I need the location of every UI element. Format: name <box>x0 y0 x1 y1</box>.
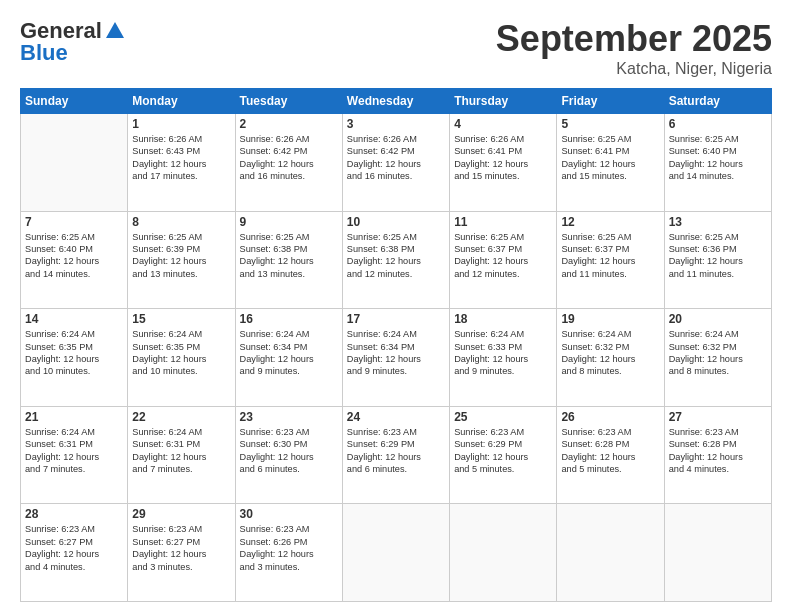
day-number: 19 <box>561 312 659 326</box>
table-row: 16Sunrise: 6:24 AMSunset: 6:34 PMDayligh… <box>235 309 342 407</box>
day-info: Sunrise: 6:25 AMSunset: 6:39 PMDaylight:… <box>132 231 230 281</box>
table-row: 18Sunrise: 6:24 AMSunset: 6:33 PMDayligh… <box>450 309 557 407</box>
day-info: Sunrise: 6:26 AMSunset: 6:41 PMDaylight:… <box>454 133 552 183</box>
day-number: 13 <box>669 215 767 229</box>
col-sunday: Sunday <box>21 89 128 114</box>
col-tuesday: Tuesday <box>235 89 342 114</box>
table-row: 5Sunrise: 6:25 AMSunset: 6:41 PMDaylight… <box>557 114 664 212</box>
day-info: Sunrise: 6:23 AMSunset: 6:29 PMDaylight:… <box>347 426 445 476</box>
day-info: Sunrise: 6:23 AMSunset: 6:29 PMDaylight:… <box>454 426 552 476</box>
table-row: 28Sunrise: 6:23 AMSunset: 6:27 PMDayligh… <box>21 504 128 602</box>
day-number: 12 <box>561 215 659 229</box>
table-row: 1Sunrise: 6:26 AMSunset: 6:43 PMDaylight… <box>128 114 235 212</box>
table-row: 23Sunrise: 6:23 AMSunset: 6:30 PMDayligh… <box>235 406 342 504</box>
day-info: Sunrise: 6:24 AMSunset: 6:32 PMDaylight:… <box>561 328 659 378</box>
day-number: 10 <box>347 215 445 229</box>
svg-marker-0 <box>106 22 124 38</box>
table-row: 20Sunrise: 6:24 AMSunset: 6:32 PMDayligh… <box>664 309 771 407</box>
day-number: 7 <box>25 215 123 229</box>
day-number: 27 <box>669 410 767 424</box>
day-number: 5 <box>561 117 659 131</box>
day-info: Sunrise: 6:26 AMSunset: 6:42 PMDaylight:… <box>240 133 338 183</box>
table-row: 25Sunrise: 6:23 AMSunset: 6:29 PMDayligh… <box>450 406 557 504</box>
table-row: 14Sunrise: 6:24 AMSunset: 6:35 PMDayligh… <box>21 309 128 407</box>
logo: General Blue <box>20 18 126 66</box>
day-info: Sunrise: 6:25 AMSunset: 6:38 PMDaylight:… <box>240 231 338 281</box>
table-row: 27Sunrise: 6:23 AMSunset: 6:28 PMDayligh… <box>664 406 771 504</box>
day-number: 26 <box>561 410 659 424</box>
table-row: 17Sunrise: 6:24 AMSunset: 6:34 PMDayligh… <box>342 309 449 407</box>
day-number: 22 <box>132 410 230 424</box>
day-number: 1 <box>132 117 230 131</box>
day-info: Sunrise: 6:23 AMSunset: 6:28 PMDaylight:… <box>561 426 659 476</box>
day-number: 8 <box>132 215 230 229</box>
table-row: 8Sunrise: 6:25 AMSunset: 6:39 PMDaylight… <box>128 211 235 309</box>
day-number: 28 <box>25 507 123 521</box>
day-info: Sunrise: 6:25 AMSunset: 6:38 PMDaylight:… <box>347 231 445 281</box>
col-saturday: Saturday <box>664 89 771 114</box>
table-row: 24Sunrise: 6:23 AMSunset: 6:29 PMDayligh… <box>342 406 449 504</box>
day-info: Sunrise: 6:23 AMSunset: 6:27 PMDaylight:… <box>132 523 230 573</box>
table-row: 2Sunrise: 6:26 AMSunset: 6:42 PMDaylight… <box>235 114 342 212</box>
logo-icon <box>104 20 126 42</box>
table-row: 6Sunrise: 6:25 AMSunset: 6:40 PMDaylight… <box>664 114 771 212</box>
table-row <box>557 504 664 602</box>
table-row <box>342 504 449 602</box>
day-number: 4 <box>454 117 552 131</box>
day-number: 29 <box>132 507 230 521</box>
day-info: Sunrise: 6:25 AMSunset: 6:36 PMDaylight:… <box>669 231 767 281</box>
table-row: 12Sunrise: 6:25 AMSunset: 6:37 PMDayligh… <box>557 211 664 309</box>
calendar-header-row: Sunday Monday Tuesday Wednesday Thursday… <box>21 89 772 114</box>
day-number: 16 <box>240 312 338 326</box>
table-row: 30Sunrise: 6:23 AMSunset: 6:26 PMDayligh… <box>235 504 342 602</box>
calendar-week-row: 14Sunrise: 6:24 AMSunset: 6:35 PMDayligh… <box>21 309 772 407</box>
day-number: 9 <box>240 215 338 229</box>
table-row: 22Sunrise: 6:24 AMSunset: 6:31 PMDayligh… <box>128 406 235 504</box>
day-number: 30 <box>240 507 338 521</box>
calendar-week-row: 1Sunrise: 6:26 AMSunset: 6:43 PMDaylight… <box>21 114 772 212</box>
day-number: 21 <box>25 410 123 424</box>
day-info: Sunrise: 6:25 AMSunset: 6:41 PMDaylight:… <box>561 133 659 183</box>
day-number: 11 <box>454 215 552 229</box>
col-thursday: Thursday <box>450 89 557 114</box>
table-row: 3Sunrise: 6:26 AMSunset: 6:42 PMDaylight… <box>342 114 449 212</box>
table-row: 29Sunrise: 6:23 AMSunset: 6:27 PMDayligh… <box>128 504 235 602</box>
day-info: Sunrise: 6:25 AMSunset: 6:37 PMDaylight:… <box>454 231 552 281</box>
day-number: 6 <box>669 117 767 131</box>
page: General Blue September 2025 Katcha, Nige… <box>0 0 792 612</box>
calendar-week-row: 28Sunrise: 6:23 AMSunset: 6:27 PMDayligh… <box>21 504 772 602</box>
table-row: 11Sunrise: 6:25 AMSunset: 6:37 PMDayligh… <box>450 211 557 309</box>
table-row <box>664 504 771 602</box>
col-wednesday: Wednesday <box>342 89 449 114</box>
day-info: Sunrise: 6:23 AMSunset: 6:30 PMDaylight:… <box>240 426 338 476</box>
day-number: 3 <box>347 117 445 131</box>
title-block: September 2025 Katcha, Niger, Nigeria <box>496 18 772 78</box>
day-info: Sunrise: 6:25 AMSunset: 6:40 PMDaylight:… <box>25 231 123 281</box>
table-row: 10Sunrise: 6:25 AMSunset: 6:38 PMDayligh… <box>342 211 449 309</box>
col-friday: Friday <box>557 89 664 114</box>
table-row: 9Sunrise: 6:25 AMSunset: 6:38 PMDaylight… <box>235 211 342 309</box>
day-info: Sunrise: 6:24 AMSunset: 6:35 PMDaylight:… <box>25 328 123 378</box>
day-number: 24 <box>347 410 445 424</box>
logo-blue: Blue <box>20 40 68 66</box>
day-number: 2 <box>240 117 338 131</box>
day-info: Sunrise: 6:23 AMSunset: 6:26 PMDaylight:… <box>240 523 338 573</box>
day-number: 20 <box>669 312 767 326</box>
day-number: 17 <box>347 312 445 326</box>
header: General Blue September 2025 Katcha, Nige… <box>20 18 772 78</box>
day-info: Sunrise: 6:24 AMSunset: 6:31 PMDaylight:… <box>132 426 230 476</box>
day-number: 25 <box>454 410 552 424</box>
col-monday: Monday <box>128 89 235 114</box>
table-row <box>450 504 557 602</box>
day-number: 15 <box>132 312 230 326</box>
table-row: 13Sunrise: 6:25 AMSunset: 6:36 PMDayligh… <box>664 211 771 309</box>
table-row: 7Sunrise: 6:25 AMSunset: 6:40 PMDaylight… <box>21 211 128 309</box>
day-info: Sunrise: 6:25 AMSunset: 6:37 PMDaylight:… <box>561 231 659 281</box>
calendar-week-row: 21Sunrise: 6:24 AMSunset: 6:31 PMDayligh… <box>21 406 772 504</box>
day-info: Sunrise: 6:24 AMSunset: 6:32 PMDaylight:… <box>669 328 767 378</box>
table-row: 21Sunrise: 6:24 AMSunset: 6:31 PMDayligh… <box>21 406 128 504</box>
day-info: Sunrise: 6:23 AMSunset: 6:27 PMDaylight:… <box>25 523 123 573</box>
day-number: 23 <box>240 410 338 424</box>
day-number: 18 <box>454 312 552 326</box>
table-row: 19Sunrise: 6:24 AMSunset: 6:32 PMDayligh… <box>557 309 664 407</box>
